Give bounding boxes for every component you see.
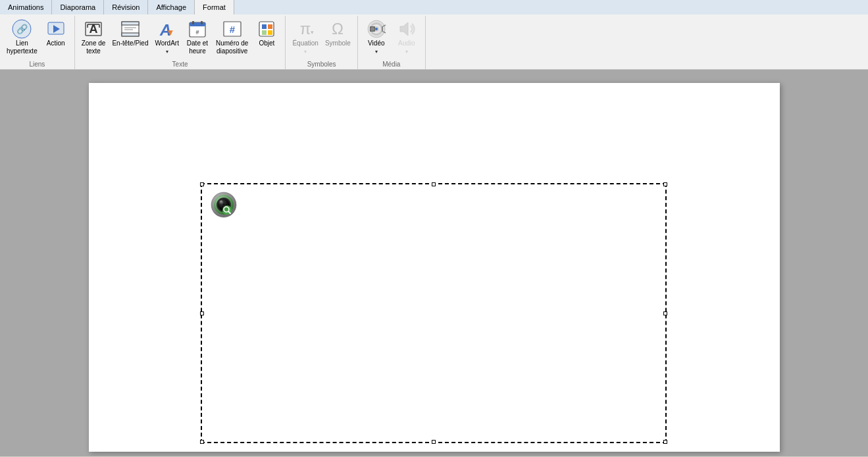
svg-text:🔗: 🔗 <box>16 24 28 35</box>
objet-icon <box>256 18 277 40</box>
svg-marker-41 <box>400 22 408 36</box>
slide[interactable] <box>89 83 780 452</box>
tab-revision[interactable]: Révision <box>104 0 148 14</box>
group-media-items: Vidéo▾ Audio▾ <box>362 17 421 59</box>
tab-animations[interactable]: Animations <box>0 0 52 14</box>
video-button[interactable]: Vidéo▾ <box>362 17 391 57</box>
handle-top-left[interactable] <box>200 182 204 186</box>
svg-rect-18 <box>192 21 194 24</box>
objet-button[interactable]: Objet <box>252 17 281 49</box>
group-texte: A Zone detexte <box>75 16 286 69</box>
svg-text:▾: ▾ <box>311 29 314 36</box>
ribbon-content: 🔗 Lienhypertexte Action Lien <box>0 14 868 69</box>
svg-text:#: # <box>230 24 236 35</box>
symboles-label: Symboles <box>290 59 353 69</box>
handle-mid-left[interactable] <box>200 311 204 315</box>
main-area <box>0 70 868 456</box>
svg-point-37 <box>375 28 378 30</box>
numero-diapo-button[interactable]: # Numéro dediapositive <box>213 17 251 57</box>
webcam-icon <box>211 192 237 218</box>
wordart-icon: A ▾ <box>157 18 178 40</box>
svg-rect-19 <box>201 21 203 24</box>
group-liens: 🔗 Lienhypertexte Action Lien <box>0 16 75 69</box>
ribbon: Animations Diaporama Révision Affichage … <box>0 0 868 70</box>
svg-rect-25 <box>268 24 272 29</box>
action-icon <box>45 18 66 40</box>
entete-pied-button[interactable]: En-tête/Pied <box>109 17 151 49</box>
lien-hypertexte-label: Lienhypertexte <box>7 40 38 55</box>
liens-label: Liens <box>4 59 70 69</box>
svg-rect-17 <box>190 22 205 26</box>
action-button[interactable]: Action <box>41 17 70 49</box>
svg-rect-11 <box>122 33 139 36</box>
handle-bottom-right[interactable] <box>663 440 667 444</box>
audio-button[interactable]: Audio▾ <box>392 17 421 57</box>
tab-format[interactable]: Format <box>195 0 234 14</box>
handle-top-mid[interactable] <box>432 182 436 186</box>
numero-diapo-label: Numéro dediapositive <box>216 40 248 55</box>
entete-pied-icon <box>120 18 141 40</box>
svg-point-36 <box>370 27 374 31</box>
handle-top-right[interactable] <box>663 182 667 186</box>
svg-text:#: # <box>195 29 199 36</box>
svg-rect-27 <box>268 30 272 35</box>
action-label: Action <box>47 40 65 47</box>
svg-rect-10 <box>122 22 139 25</box>
svg-text:Ω: Ω <box>332 20 344 38</box>
handle-bottom-left[interactable] <box>200 440 204 444</box>
objet-label: Objet <box>259 40 274 47</box>
date-heure-button[interactable]: # Date etheure <box>183 17 212 57</box>
texte-label: Texte <box>79 59 282 69</box>
svg-text:π: π <box>300 20 311 38</box>
handle-mid-right[interactable] <box>663 311 667 315</box>
video-icon <box>366 18 387 40</box>
svg-point-47 <box>222 203 225 206</box>
svg-rect-40 <box>382 26 383 32</box>
date-heure-label: Date etheure <box>187 40 208 55</box>
svg-rect-24 <box>262 24 267 29</box>
symbole-label: Symbole <box>325 40 351 47</box>
selection-box <box>201 183 667 443</box>
equation-button[interactable]: π ▾ Équation▾ <box>290 17 320 57</box>
symbole-icon: Ω <box>327 18 348 40</box>
equation-icon: π ▾ <box>295 18 316 40</box>
numero-diapo-icon: # <box>222 18 243 40</box>
date-heure-icon: # <box>187 18 208 40</box>
lien-hypertexte-button[interactable]: 🔗 Lienhypertexte <box>4 17 40 57</box>
tab-bar: Animations Diaporama Révision Affichage … <box>0 0 868 14</box>
equation-label: Équation▾ <box>292 40 318 55</box>
handle-bottom-mid[interactable] <box>432 440 436 444</box>
svg-text:▾: ▾ <box>167 27 173 38</box>
wordart-button[interactable]: A ▾ WordArt▾ <box>152 17 182 57</box>
tab-diaporama[interactable]: Diaporama <box>52 0 104 14</box>
group-liens-items: 🔗 Lienhypertexte Action <box>4 17 70 59</box>
media-label: Média <box>362 59 421 69</box>
group-symboles-items: π ▾ Équation▾ Ω Symbole <box>290 17 353 59</box>
lien-hypertexte-icon: 🔗 <box>11 18 32 40</box>
group-symboles: π ▾ Équation▾ Ω Symbole Symbole <box>286 16 357 69</box>
audio-icon <box>396 18 417 40</box>
wordart-label: WordArt▾ <box>155 40 179 55</box>
entete-pied-label: En-tête/Pied <box>112 40 148 47</box>
tab-affichage[interactable]: Affichage <box>148 0 195 14</box>
zone-de-texte-button[interactable]: A Zone detexte <box>79 17 109 57</box>
group-texte-items: A Zone detexte <box>79 17 282 59</box>
svg-rect-26 <box>262 30 267 35</box>
zone-de-texte-icon: A <box>83 18 104 40</box>
group-media: Vidéo▾ Audio▾ Média <box>358 16 426 69</box>
symbole-button[interactable]: Ω Symbole <box>322 17 353 49</box>
audio-label: Audio▾ <box>398 40 415 55</box>
video-label: Vidéo▾ <box>368 40 384 55</box>
zone-de-texte-label: Zone detexte <box>82 40 106 55</box>
